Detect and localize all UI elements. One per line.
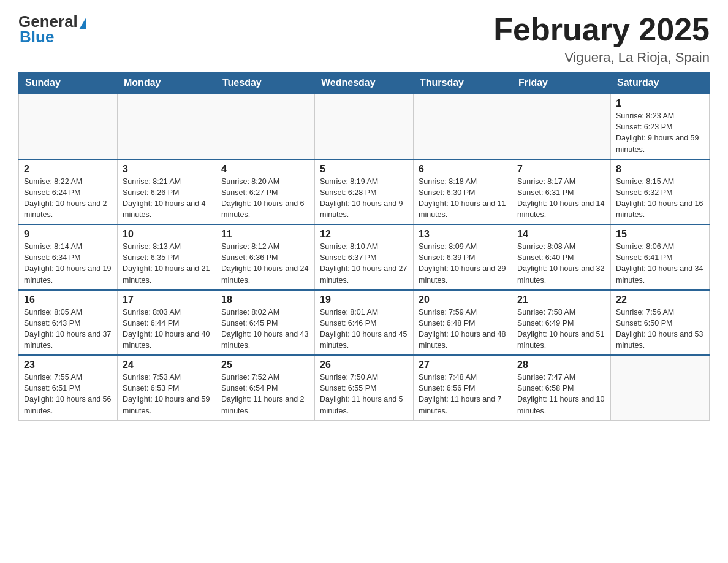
weekday-header-saturday: Saturday	[611, 72, 710, 94]
day-cell: 25Sunrise: 7:52 AMSunset: 6:54 PMDayligh…	[216, 355, 315, 420]
day-cell: 27Sunrise: 7:48 AMSunset: 6:56 PMDayligh…	[414, 355, 512, 420]
day-cell: 6Sunrise: 8:18 AMSunset: 6:30 PMDaylight…	[414, 159, 512, 225]
day-info: Sunrise: 8:08 AMSunset: 6:40 PMDaylight:…	[517, 241, 605, 286]
day-number: 10	[123, 229, 211, 240]
day-cell: 18Sunrise: 8:02 AMSunset: 6:45 PMDayligh…	[216, 290, 315, 356]
day-cell	[512, 94, 611, 159]
day-number: 25	[221, 359, 309, 370]
day-number: 16	[24, 294, 112, 305]
day-info: Sunrise: 8:21 AMSunset: 6:26 PMDaylight:…	[123, 176, 211, 221]
day-cell: 22Sunrise: 7:56 AMSunset: 6:50 PMDayligh…	[611, 290, 710, 356]
day-number: 14	[517, 229, 605, 240]
day-info: Sunrise: 7:59 AMSunset: 6:48 PMDaylight:…	[419, 307, 507, 351]
day-info: Sunrise: 8:09 AMSunset: 6:39 PMDaylight:…	[419, 241, 507, 286]
day-cell	[118, 94, 216, 159]
day-number: 9	[24, 229, 112, 240]
day-info: Sunrise: 8:03 AMSunset: 6:44 PMDaylight:…	[123, 307, 211, 351]
location: Viguera, La Rioja, Spain	[493, 50, 710, 66]
day-cell	[216, 94, 315, 159]
day-cell: 9Sunrise: 8:14 AMSunset: 6:34 PMDaylight…	[19, 224, 118, 290]
day-cell: 5Sunrise: 8:19 AMSunset: 6:28 PMDaylight…	[315, 159, 414, 225]
calendar-table: SundayMondayTuesdayWednesdayThursdayFrid…	[18, 72, 710, 421]
day-info: Sunrise: 8:23 AMSunset: 6:23 PMDaylight:…	[616, 110, 704, 155]
weekday-header-sunday: Sunday	[19, 72, 118, 94]
day-info: Sunrise: 8:17 AMSunset: 6:31 PMDaylight:…	[517, 176, 605, 221]
day-info: Sunrise: 8:19 AMSunset: 6:28 PMDaylight:…	[320, 176, 408, 221]
month-title: February 2025	[493, 12, 710, 47]
weekday-header-thursday: Thursday	[414, 72, 512, 94]
day-cell: 26Sunrise: 7:50 AMSunset: 6:55 PMDayligh…	[315, 355, 414, 420]
day-cell: 20Sunrise: 7:59 AMSunset: 6:48 PMDayligh…	[414, 290, 512, 356]
day-number: 3	[123, 164, 211, 175]
day-number: 11	[221, 229, 309, 240]
week-row-2: 2Sunrise: 8:22 AMSunset: 6:24 PMDaylight…	[19, 159, 710, 225]
day-number: 22	[616, 294, 704, 305]
day-info: Sunrise: 8:22 AMSunset: 6:24 PMDaylight:…	[24, 176, 112, 221]
day-cell: 8Sunrise: 8:15 AMSunset: 6:32 PMDaylight…	[611, 159, 710, 225]
day-number: 19	[320, 294, 408, 305]
week-row-5: 23Sunrise: 7:55 AMSunset: 6:51 PMDayligh…	[19, 355, 710, 420]
day-cell: 19Sunrise: 8:01 AMSunset: 6:46 PMDayligh…	[315, 290, 414, 356]
day-info: Sunrise: 8:06 AMSunset: 6:41 PMDaylight:…	[616, 241, 704, 286]
day-cell: 21Sunrise: 7:58 AMSunset: 6:49 PMDayligh…	[512, 290, 611, 356]
day-cell: 16Sunrise: 8:05 AMSunset: 6:43 PMDayligh…	[19, 290, 118, 356]
day-cell: 13Sunrise: 8:09 AMSunset: 6:39 PMDayligh…	[414, 224, 512, 290]
day-number: 20	[419, 294, 507, 305]
day-info: Sunrise: 7:56 AMSunset: 6:50 PMDaylight:…	[616, 307, 704, 351]
day-number: 18	[221, 294, 309, 305]
day-info: Sunrise: 8:14 AMSunset: 6:34 PMDaylight:…	[24, 241, 112, 286]
logo-blue: Blue	[20, 28, 54, 47]
day-number: 24	[123, 359, 211, 370]
day-number: 17	[123, 294, 211, 305]
day-info: Sunrise: 8:01 AMSunset: 6:46 PMDaylight:…	[320, 307, 408, 351]
day-number: 26	[320, 359, 408, 370]
day-number: 6	[419, 164, 507, 175]
week-row-1: 1Sunrise: 8:23 AMSunset: 6:23 PMDaylight…	[19, 94, 710, 159]
day-cell: 23Sunrise: 7:55 AMSunset: 6:51 PMDayligh…	[19, 355, 118, 420]
weekday-header-friday: Friday	[512, 72, 611, 94]
day-number: 4	[221, 164, 309, 175]
day-info: Sunrise: 8:02 AMSunset: 6:45 PMDaylight:…	[221, 307, 309, 351]
day-info: Sunrise: 7:53 AMSunset: 6:53 PMDaylight:…	[123, 372, 211, 416]
day-info: Sunrise: 7:55 AMSunset: 6:51 PMDaylight:…	[24, 372, 112, 416]
day-info: Sunrise: 7:48 AMSunset: 6:56 PMDaylight:…	[419, 372, 507, 416]
day-info: Sunrise: 7:47 AMSunset: 6:58 PMDaylight:…	[517, 372, 605, 416]
day-number: 1	[616, 98, 704, 109]
day-cell	[315, 94, 414, 159]
day-info: Sunrise: 8:20 AMSunset: 6:27 PMDaylight:…	[221, 176, 309, 221]
day-info: Sunrise: 8:18 AMSunset: 6:30 PMDaylight:…	[419, 176, 507, 221]
logo-triangle-icon	[79, 17, 86, 29]
day-number: 28	[517, 359, 605, 370]
day-cell: 2Sunrise: 8:22 AMSunset: 6:24 PMDaylight…	[19, 159, 118, 225]
day-info: Sunrise: 8:12 AMSunset: 6:36 PMDaylight:…	[221, 241, 309, 286]
day-cell: 28Sunrise: 7:47 AMSunset: 6:58 PMDayligh…	[512, 355, 611, 420]
day-cell	[19, 94, 118, 159]
day-cell: 1Sunrise: 8:23 AMSunset: 6:23 PMDaylight…	[611, 94, 710, 159]
title-section: February 2025 Viguera, La Rioja, Spain	[493, 12, 710, 66]
day-info: Sunrise: 8:10 AMSunset: 6:37 PMDaylight:…	[320, 241, 408, 286]
day-info: Sunrise: 8:05 AMSunset: 6:43 PMDaylight:…	[24, 307, 112, 351]
page-header: General Blue February 2025 Viguera, La R…	[18, 12, 710, 66]
week-row-3: 9Sunrise: 8:14 AMSunset: 6:34 PMDaylight…	[19, 224, 710, 290]
day-number: 2	[24, 164, 112, 175]
logo: General Blue	[18, 12, 86, 47]
day-cell: 14Sunrise: 8:08 AMSunset: 6:40 PMDayligh…	[512, 224, 611, 290]
day-number: 7	[517, 164, 605, 175]
day-info: Sunrise: 7:52 AMSunset: 6:54 PMDaylight:…	[221, 372, 309, 416]
week-row-4: 16Sunrise: 8:05 AMSunset: 6:43 PMDayligh…	[19, 290, 710, 356]
day-cell	[611, 355, 710, 420]
day-info: Sunrise: 7:50 AMSunset: 6:55 PMDaylight:…	[320, 372, 408, 416]
day-info: Sunrise: 8:15 AMSunset: 6:32 PMDaylight:…	[616, 176, 704, 221]
weekday-header-row: SundayMondayTuesdayWednesdayThursdayFrid…	[19, 72, 710, 94]
day-cell: 11Sunrise: 8:12 AMSunset: 6:36 PMDayligh…	[216, 224, 315, 290]
day-cell: 3Sunrise: 8:21 AMSunset: 6:26 PMDaylight…	[118, 159, 216, 225]
day-cell: 7Sunrise: 8:17 AMSunset: 6:31 PMDaylight…	[512, 159, 611, 225]
day-number: 21	[517, 294, 605, 305]
weekday-header-monday: Monday	[118, 72, 216, 94]
day-number: 12	[320, 229, 408, 240]
day-number: 27	[419, 359, 507, 370]
day-number: 5	[320, 164, 408, 175]
day-info: Sunrise: 7:58 AMSunset: 6:49 PMDaylight:…	[517, 307, 605, 351]
day-cell: 17Sunrise: 8:03 AMSunset: 6:44 PMDayligh…	[118, 290, 216, 356]
day-number: 13	[419, 229, 507, 240]
